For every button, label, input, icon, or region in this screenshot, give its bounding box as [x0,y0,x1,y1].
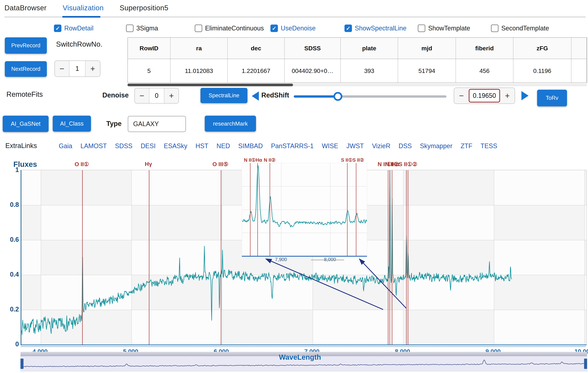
table-header-cell: ra [170,38,228,59]
link-lamost[interactable]: LAMOST [81,142,107,150]
table-header-cell: plate [341,38,398,59]
table-cell[interactable]: 004402.90+0… [285,59,341,82]
spectral-line-label: S II①② [399,161,417,168]
checkbox-usedenoise[interactable]: ✓ [270,25,278,32]
table-cell[interactable]: 11.012083 [170,59,228,82]
redshift-step-left-icon[interactable] [252,91,259,101]
link-ztf[interactable]: ZTF [461,142,472,150]
inset-line-label: N II①Hα [244,157,262,163]
spectral-line-label: Hγ [145,161,152,167]
table-cell[interactable]: 393 [341,59,398,82]
link-esasky[interactable]: ESASky [164,142,187,150]
link-simbad[interactable]: SIMBAD [238,142,263,150]
checkbox-rowdetail[interactable]: ✓ [54,25,62,32]
table-cell[interactable]: 456 [456,59,514,82]
spectra-visualization-app: { "app": { "tabs": [ {"label": "DataBrow… [0,0,588,373]
inset-scale-bar [311,260,344,260]
active-tab-underline [62,16,100,18]
y-tick-label: 0.8 [6,201,19,209]
chart-x-axis-title: WaveLength [279,353,321,361]
spectral-line-label: O II① [74,161,89,168]
minimap-left-handle[interactable] [21,359,23,369]
research-mark-button[interactable]: researchMark [205,116,256,132]
checkbox-label-secondtemplate: SecondTemplate [501,24,549,32]
y-tick-label: 0.6 [6,235,19,244]
spectral-line-label: N II② [385,161,399,168]
checkbox-label-usedenoise: UseDenoise [281,24,316,32]
checkbox-label-3sigma: 3Sigma [136,24,158,32]
checkbox-3sigma[interactable] [126,25,134,32]
link-ned[interactable]: NED [217,142,230,150]
table-header-cell: dec [228,38,285,59]
table-cell[interactable] [571,59,587,82]
link-tess[interactable]: TESS [481,142,497,150]
y-tick-label: 1 [6,166,19,174]
table-header-cell: RowID [128,38,170,59]
inset-line-label: S II①S II② [341,157,364,163]
spectral-line-button[interactable]: SpectralLine [200,88,247,103]
link-wise[interactable]: WISE [322,142,338,150]
checkbox-secondtemplate[interactable] [491,25,498,32]
inset-spectrum-polyline [242,166,367,227]
type-input[interactable]: GALAXY [128,116,186,132]
table-cell[interactable]: 51794 [398,59,456,82]
torv-button[interactable]: ToRv [537,90,567,106]
denoise-value[interactable]: 0 [149,88,164,103]
denoise-stepper: − 0 + [134,88,179,103]
link-desi[interactable]: DESI [141,142,156,150]
y-tick-label: 0 [6,340,19,348]
table-row[interactable]: 511.0120831.2201667004402.90+0…393517944… [128,59,587,82]
record-table: RowIDradecSDSSplatemjdfiberidzFG511.0120… [127,37,587,83]
spectral-line-label: O III⑤ [212,161,228,168]
link-vizier[interactable]: VizieR [372,142,390,150]
y-tick-label: 0.2 [6,305,19,313]
row-number-decrement-button[interactable]: − [55,61,69,77]
denoise-increment-button[interactable]: + [164,88,178,103]
denoise-decrement-button[interactable]: − [135,88,149,103]
remotefits-label: RemoteFits [6,90,43,98]
switch-row-label: SwitchRowNo. [56,40,102,48]
type-label: Type [106,120,122,128]
link-dss[interactable]: DSS [399,142,412,150]
prev-record-button[interactable]: PrevRecord [5,37,47,54]
redshift-decrement-button[interactable]: − [454,88,469,103]
tab-superposition5[interactable]: Superposition5 [120,4,168,12]
checkbox-label-showspectralline: ShowSpectralLine [355,24,406,32]
link-sdss[interactable]: SDSS [115,142,132,150]
redshift-value-input[interactable]: 0.19650 [469,89,500,102]
redshift-increment-button[interactable]: + [500,88,515,103]
redshift-stepper: − 0.19650 + [454,88,515,104]
redshift-slider-fill [294,95,338,98]
tab-visualization[interactable]: Visualization [63,4,104,12]
checkbox-eliminatecontinuous[interactable] [195,25,202,32]
table-header-cell: mjd [398,38,456,59]
row-number-increment-button[interactable]: + [85,61,100,77]
checkbox-showtemplate[interactable] [418,25,425,32]
external-links-row: GaiaLAMOSTSDSSDESIESASkyHSTNEDSIMBADPanS… [59,142,497,150]
link-hst[interactable]: HST [195,142,208,150]
row-number-value[interactable]: 1 [69,61,85,77]
checkbox-label-showtemplate: ShowTemplate [428,24,470,32]
table-hscrollbar-thumb[interactable] [127,84,293,86]
next-record-button[interactable]: NextRecord [5,61,47,77]
link-gaia[interactable]: Gaia [59,142,72,150]
table-cell[interactable]: 5 [128,59,170,82]
table-cell[interactable]: 0.1196 [514,59,571,82]
checkbox-showspectralline[interactable]: ✓ [345,25,352,32]
inset-line-label: N II② [264,157,276,163]
inset-x-tick-label: 7,900 [275,257,287,262]
minimap-right-handle[interactable] [584,359,587,369]
link-panstarrs-1[interactable]: PanSTARRS-1 [271,142,314,150]
redshift-step-right-icon[interactable] [521,91,529,100]
link-jwst[interactable]: JWST [346,142,364,150]
x-axis-secondary-line [21,346,586,347]
table-header-cell: zFG [514,38,571,59]
redshift-slider-handle[interactable] [333,92,342,101]
table-cell[interactable]: 1.2201667 [228,59,285,82]
ai-gasnet-button[interactable]: AI_GaSNet [3,116,49,132]
table-hscrollbar-track[interactable] [127,84,587,86]
redshift-label: RedShift [261,91,289,99]
ai-class-button[interactable]: AI_Class [53,116,91,132]
tab-databrowser[interactable]: DataBrowser [4,4,47,12]
link-skymapper[interactable]: Skymapper [420,142,452,150]
